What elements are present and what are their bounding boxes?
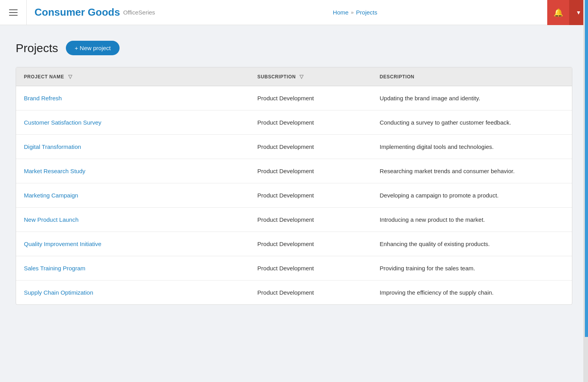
table-row: Quality Improvement InitiativeProduct De… — [16, 232, 572, 256]
cell-subscription: Product Development — [250, 208, 372, 232]
project-link[interactable]: Brand Refresh — [24, 95, 62, 101]
project-link[interactable]: Sales Training Program — [24, 265, 85, 272]
cell-project-name: Digital Transformation — [16, 135, 250, 159]
cell-subscription: Product Development — [250, 256, 372, 281]
new-project-label: + New project — [74, 45, 111, 51]
breadcrumb-separator: » — [351, 9, 354, 15]
scrollbar-track[interactable] — [583, 0, 588, 382]
table-row: Sales Training ProgramProduct Developmen… — [16, 256, 572, 281]
col-header-name: PROJECT NAME ▽ — [16, 67, 250, 86]
scrollbar-thumb[interactable] — [585, 0, 588, 337]
projects-table-container: PROJECT NAME ▽ SUBSCRIPTION ▽ DESCRIPTIO… — [16, 67, 572, 305]
brand-area: Consumer Goods OfficeSeries — [27, 6, 163, 18]
project-link[interactable]: Supply Chain Optimization — [24, 289, 93, 296]
table-header: PROJECT NAME ▽ SUBSCRIPTION ▽ DESCRIPTIO… — [16, 67, 572, 86]
table-row: Marketing CampaignProduct DevelopmentDev… — [16, 183, 572, 208]
projects-table: PROJECT NAME ▽ SUBSCRIPTION ▽ DESCRIPTIO… — [16, 67, 572, 304]
table-row: Brand RefreshProduct DevelopmentUpdating… — [16, 86, 572, 110]
cell-project-name: Customer Satisfaction Survey — [16, 110, 250, 135]
menu-button[interactable] — [0, 0, 27, 25]
col-header-description: DESCRIPTION — [372, 67, 572, 86]
cell-description: Enhancing the quality of existing produc… — [372, 232, 572, 256]
series-name: OfficeSeries — [123, 9, 155, 16]
filter-name-icon[interactable]: ▽ — [68, 74, 73, 80]
cell-description: Introducing a new product to the market. — [372, 208, 572, 232]
app-name: Consumer Goods — [34, 6, 120, 18]
cell-description: Implementing digital tools and technolog… — [372, 135, 572, 159]
page-header: Projects + New project — [16, 41, 572, 55]
new-project-button[interactable]: + New project — [66, 41, 119, 55]
table-body: Brand RefreshProduct DevelopmentUpdating… — [16, 86, 572, 305]
table-row: Customer Satisfaction SurveyProduct Deve… — [16, 110, 572, 135]
bell-icon: 🔔 — [554, 8, 563, 17]
table-row: Digital TransformationProduct Developmen… — [16, 135, 572, 159]
project-link[interactable]: Quality Improvement Initiative — [24, 241, 102, 247]
breadcrumb-nav: Home » Projects — [163, 9, 547, 16]
cell-project-name: Market Research Study — [16, 159, 250, 183]
cell-subscription: Product Development — [250, 86, 372, 110]
cell-description: Developing a campaign to promote a produ… — [372, 183, 572, 208]
col-subscription-label: SUBSCRIPTION — [258, 74, 296, 80]
breadcrumb-current[interactable]: Projects — [356, 9, 377, 16]
table-row: New Product LaunchProduct DevelopmentInt… — [16, 208, 572, 232]
bell-button[interactable]: 🔔 — [547, 0, 569, 25]
project-link[interactable]: New Product Launch — [24, 216, 78, 223]
cell-project-name: Sales Training Program — [16, 256, 250, 281]
project-link[interactable]: Digital Transformation — [24, 143, 81, 150]
cell-subscription: Product Development — [250, 281, 372, 305]
table-row: Supply Chain OptimizationProduct Develop… — [16, 281, 572, 305]
cell-project-name: Supply Chain Optimization — [16, 281, 250, 305]
cell-project-name: New Product Launch — [16, 208, 250, 232]
col-description-label: DESCRIPTION — [380, 74, 415, 80]
breadcrumb-home[interactable]: Home — [333, 9, 348, 16]
cell-subscription: Product Development — [250, 110, 372, 135]
cell-description: Updating the brand image and identity. — [372, 86, 572, 110]
hamburger-icon — [9, 9, 18, 16]
cell-subscription: Product Development — [250, 135, 372, 159]
cell-description: Conducting a survey to gather customer f… — [372, 110, 572, 135]
cell-project-name: Quality Improvement Initiative — [16, 232, 250, 256]
chevron-down-icon: ▼ — [576, 9, 581, 16]
table-row: Market Research StudyProduct Development… — [16, 159, 572, 183]
cell-description: Improving the efficiency of the supply c… — [372, 281, 572, 305]
main-content: Projects + New project PROJECT NAME ▽ SU… — [0, 25, 588, 320]
project-link[interactable]: Customer Satisfaction Survey — [24, 119, 102, 126]
cell-subscription: Product Development — [250, 159, 372, 183]
filter-subscription-icon[interactable]: ▽ — [299, 74, 304, 80]
project-link[interactable]: Marketing Campaign — [24, 192, 78, 199]
header-actions: 🔔 ▼ — [547, 0, 588, 25]
cell-subscription: Product Development — [250, 232, 372, 256]
cell-project-name: Marketing Campaign — [16, 183, 250, 208]
page-title: Projects — [16, 42, 58, 55]
cell-description: Providing training for the sales team. — [372, 256, 572, 281]
col-header-subscription: SUBSCRIPTION ▽ — [250, 67, 372, 86]
cell-project-name: Brand Refresh — [16, 86, 250, 110]
project-link[interactable]: Market Research Study — [24, 168, 85, 174]
cell-description: Researching market trends and consumer b… — [372, 159, 572, 183]
breadcrumb: Home » Projects — [333, 9, 377, 16]
col-name-label: PROJECT NAME — [24, 74, 64, 80]
app-header: Consumer Goods OfficeSeries Home » Proje… — [0, 0, 588, 25]
cell-subscription: Product Development — [250, 183, 372, 208]
